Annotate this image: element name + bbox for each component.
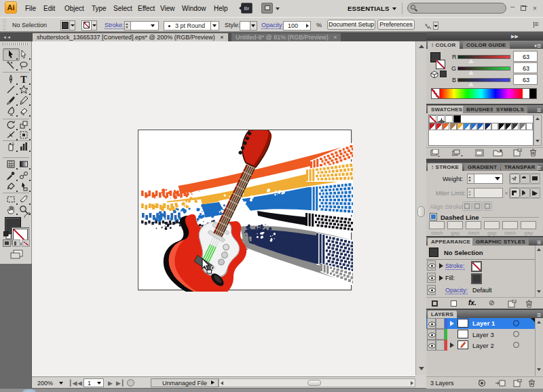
svg-text:T: T — [20, 75, 27, 84]
